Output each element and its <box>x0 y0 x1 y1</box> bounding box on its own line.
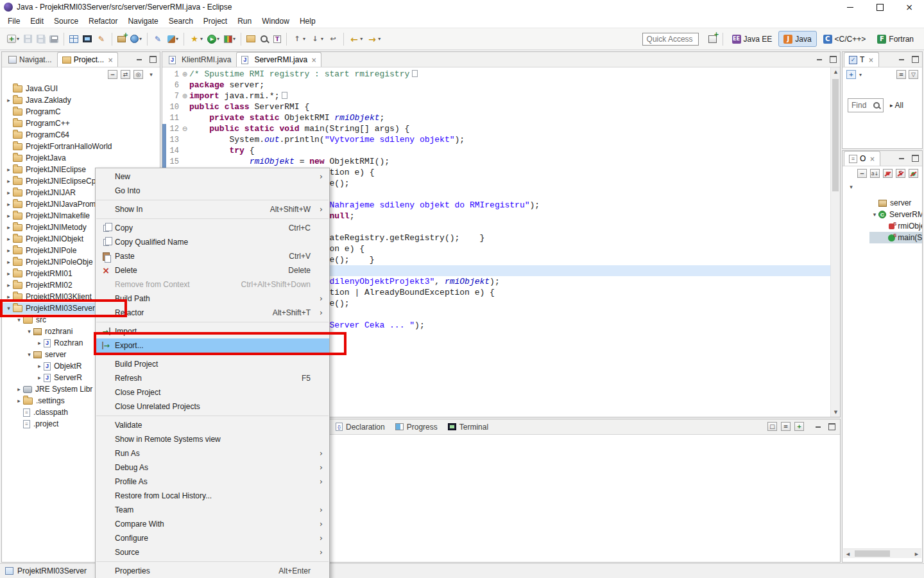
task-find-input[interactable]: Find <box>848 98 884 112</box>
run-button[interactable]: ▾ <box>205 31 221 47</box>
expand-arrow-icon[interactable]: ▸ <box>4 236 13 242</box>
explorer-tab-project[interactable]: Project...× <box>57 52 119 67</box>
outline-horizontal-scrollbar[interactable]: ◀ ▶ <box>843 548 921 558</box>
task-all-link[interactable]: ▸ All <box>890 101 903 110</box>
perspective-java[interactable]: Java <box>778 31 816 47</box>
window-maximize-button[interactable] <box>865 0 894 14</box>
save-all-button[interactable] <box>35 31 47 47</box>
minimize-view-button[interactable] <box>815 56 823 63</box>
collapse-arrow-icon[interactable]: ▾ <box>25 351 33 358</box>
new-task-button[interactable] <box>846 70 856 79</box>
expand-arrow-icon[interactable]: ▸ <box>4 247 13 254</box>
menubar-item-file[interactable]: File <box>3 15 25 28</box>
expand-arrow-icon[interactable]: ▸ <box>4 259 13 265</box>
window-minimize-button[interactable] <box>835 0 865 14</box>
outline-item-main-string[interactable]: Smain(String[] <box>869 232 922 243</box>
collapse-all-button[interactable] <box>108 70 117 79</box>
outline-item-server[interactable]: server <box>869 197 922 209</box>
tree-item-programc64[interactable]: ProgramC64 <box>2 129 160 141</box>
editor-vertical-scrollbar[interactable]: ▲ ▼ <box>830 67 840 417</box>
context-menu-item-close-unrelated-projects[interactable]: Close Unrelated Projects <box>96 399 329 414</box>
hide-non-public-button[interactable] <box>909 169 918 178</box>
context-menu-item-copy-qualified-name[interactable]: Copy Qualified Name <box>96 235 329 249</box>
context-menu-item-debug-as[interactable]: Debug As› <box>96 460 329 475</box>
context-menu-item-new[interactable]: New› <box>96 170 329 184</box>
context-menu-item-paste[interactable]: PasteCtrl+V <box>96 249 329 263</box>
scroll-up-icon[interactable]: ▲ <box>831 67 841 76</box>
context-menu-item-refactor[interactable]: RefactorAlt+Shift+T› <box>96 306 329 320</box>
menubar-item-navigate[interactable]: Navigate <box>123 15 163 28</box>
code-line[interactable]: 14 try { <box>162 145 830 156</box>
categorize-button[interactable] <box>896 70 906 79</box>
perspective-java-ee[interactable]: Java EE <box>727 31 778 47</box>
menubar-item-source[interactable]: Source <box>49 15 83 28</box>
minimize-view-button[interactable] <box>814 423 822 430</box>
code-line[interactable]: 10public class ServerRMI { <box>162 101 830 112</box>
open-type-button[interactable] <box>271 31 283 47</box>
menubar-item-refactor[interactable]: Refactor <box>83 15 123 28</box>
scroll-left-icon[interactable]: ◀ <box>843 549 853 559</box>
coverage-button[interactable]: ▾ <box>222 31 237 47</box>
expand-arrow-icon[interactable]: ▸ <box>35 374 44 381</box>
previous-annotation-button[interactable]: ▾ <box>290 31 307 47</box>
code-line[interactable]: 13 System.out.println("Vytvorime sdileny… <box>162 134 830 145</box>
fold-expand-icon[interactable]: ⊕ <box>180 71 189 78</box>
sort-button[interactable] <box>870 169 880 178</box>
context-menu-item-source[interactable]: Source› <box>96 545 329 559</box>
minimize-view-button[interactable] <box>897 155 905 162</box>
context-menu-item-compare-with[interactable]: Compare With› <box>96 517 329 531</box>
context-menu-item-show-in[interactable]: Show InAlt+Shift+W› <box>96 202 329 216</box>
link-with-editor-button[interactable] <box>121 70 130 79</box>
tree-item-programc[interactable]: ProgramC <box>2 106 160 118</box>
minimize-view-button[interactable] <box>897 56 905 63</box>
context-menu-item-close-project[interactable]: Close Project <box>96 385 329 399</box>
window-close-button[interactable]: × <box>894 0 924 14</box>
maximize-view-button[interactable] <box>911 155 920 162</box>
scroll-right-icon[interactable]: ▶ <box>912 549 921 559</box>
code-line[interactable]: 1⊕/* Spustime RMI registry : start rmire… <box>162 69 830 80</box>
context-menu-item-delete[interactable]: DeleteDelete <box>96 263 329 277</box>
collapse-arrow-icon[interactable]: ▾ <box>15 317 23 323</box>
close-icon[interactable]: × <box>868 57 873 64</box>
back-button[interactable]: ▾ <box>347 31 364 47</box>
print-button[interactable] <box>47 31 60 47</box>
perspective-c-c[interactable]: <C/C++> <box>818 31 871 47</box>
maximize-view-button[interactable] <box>149 56 157 63</box>
tree-item-projektfortranhalloworld[interactable]: ProjektFortranHalloWorld <box>2 141 160 152</box>
explorer-tab-navigat[interactable]: Navigat... <box>3 52 57 67</box>
bottom-tab-terminal[interactable]: Terminal <box>443 419 493 434</box>
fold-expand-icon[interactable]: ⊕ <box>180 92 189 100</box>
minimize-view-button[interactable] <box>135 56 143 63</box>
context-menu-item-properties[interactable]: PropertiesAlt+Enter <box>96 564 329 578</box>
expand-arrow-icon[interactable]: ▸ <box>4 224 13 231</box>
new-console-button[interactable] <box>794 422 804 431</box>
outline-item-serverrmi[interactable]: ▾ServerRMI <box>869 209 922 220</box>
maximize-view-button[interactable] <box>828 423 836 430</box>
tab-outline[interactable]: O × <box>844 151 880 166</box>
hide-fields-button[interactable] <box>883 169 893 178</box>
expand-arrow-icon[interactable]: ▸ <box>4 213 13 219</box>
focus-button[interactable] <box>133 70 143 79</box>
scroll-down-icon[interactable]: ▼ <box>831 408 841 417</box>
open-browser-button[interactable]: ▾ <box>128 31 144 47</box>
context-menu-item-validate[interactable]: Validate <box>96 418 329 432</box>
console-view-button[interactable] <box>81 31 94 47</box>
code-line[interactable]: 15 rmiObjekt = new ObjektRMI(); <box>162 156 830 167</box>
open-task-button[interactable] <box>244 31 257 47</box>
context-menu-item-profile-as[interactable]: Profile As› <box>96 475 329 489</box>
view-menu-button[interactable] <box>146 70 156 79</box>
collapse-arrow-icon[interactable]: ▾ <box>871 211 878 218</box>
code-line[interactable]: 6package server; <box>162 80 830 91</box>
bottom-tab-declaration[interactable]: Declaration <box>330 419 390 434</box>
maximize-view-button[interactable] <box>911 56 920 63</box>
context-menu-item-refresh[interactable]: RefreshF5 <box>96 371 329 385</box>
collapse-all-button[interactable] <box>857 169 867 178</box>
context-menu-item-remove-from-context[interactable]: Remove from ContextCtrl+Alt+Shift+Down <box>96 277 329 292</box>
menubar-item-project[interactable]: Project <box>198 15 232 28</box>
context-menu-item-configure[interactable]: Configure› <box>96 531 329 545</box>
close-icon[interactable]: × <box>311 57 316 64</box>
new-wizard-star-button[interactable]: ▾ <box>187 31 205 47</box>
expand-arrow-icon[interactable]: ▸ <box>4 189 13 196</box>
save-button[interactable] <box>22 31 34 47</box>
context-menu-item-go-into[interactable]: Go Into <box>96 184 329 198</box>
